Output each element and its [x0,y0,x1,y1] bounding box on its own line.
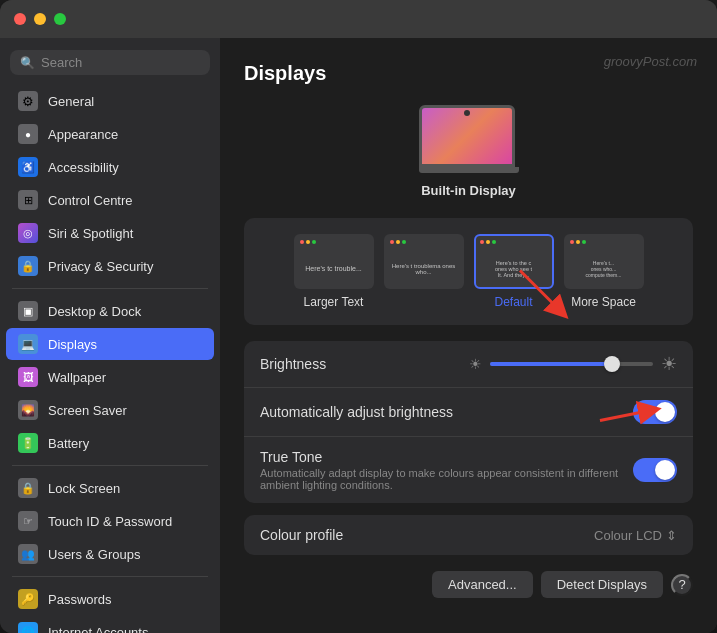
sidebar-item-accessibility[interactable]: ♿ Accessibility [6,151,214,183]
true-tone-toggle[interactable] [633,458,677,482]
sidebar-item-label: Control Centre [48,193,133,208]
search-bar[interactable]: 🔍 [10,50,210,75]
toggle-thumb [655,402,675,422]
lockscreen-icon: 🔒 [18,478,38,498]
general-icon: ⚙ [18,91,38,111]
brightness-track[interactable] [490,362,654,366]
help-button[interactable]: ? [671,574,693,596]
desktop-icon: ▣ [18,301,38,321]
search-input[interactable] [41,55,200,70]
titlebar [0,0,717,38]
sidebar-item-label: Lock Screen [48,481,120,496]
screensaver-icon: 🌄 [18,400,38,420]
res-preview-larger: Here's tc trouble... [294,234,374,289]
sidebar-item-lockscreen[interactable]: 🔒 Lock Screen [6,472,214,504]
display-name-label: Built-in Display [421,183,516,198]
auto-brightness-toggle[interactable] [633,400,677,424]
close-button[interactable] [14,13,26,25]
watermark: groovyPost.com [604,54,697,69]
sidebar-item-privacy[interactable]: 🔒 Privacy & Security [6,250,214,282]
privacy-icon: 🔒 [18,256,38,276]
sidebar-item-label: Touch ID & Password [48,514,172,529]
sidebar-item-label: Screen Saver [48,403,127,418]
res-option-larger[interactable]: Here's tc trouble... Larger Text [294,234,374,309]
sidebar-item-label: General [48,94,94,109]
dot-yellow [576,240,580,244]
preview-dots [300,240,316,244]
colour-profile-row: Colour profile Colour LCD ⇕ [244,515,693,555]
colour-profile-label: Colour profile [260,527,594,543]
passwords-icon: 🔑 [18,589,38,609]
res-label-more-space: More Space [571,295,636,309]
true-tone-sublabel: Automatically adapt display to make colo… [260,467,633,491]
brightness-fill [490,362,613,366]
res-preview-default: Here's to the cones who see tIt. And the… [474,234,554,289]
sidebar-item-internet[interactable]: 🌐 Internet Accounts [6,616,214,633]
advanced-button[interactable]: Advanced... [432,571,533,598]
brightness-slider[interactable]: ☀ ☀ [469,353,678,375]
dot-green [312,240,316,244]
res-preview-more-space: Here's t...ones who...compute them... [564,234,644,289]
sidebar-item-label: Battery [48,436,89,451]
auto-brightness-label: Automatically adjust brightness [260,404,633,420]
sun-high-icon: ☀ [661,353,677,375]
dot-green [492,240,496,244]
brightness-label: Brightness [260,356,469,372]
sidebar-item-screensaver[interactable]: 🌄 Screen Saver [6,394,214,426]
res-option-2[interactable]: Here's t troublema ones who... [384,234,464,309]
sidebar-item-siri[interactable]: ◎ Siri & Spotlight [6,217,214,249]
toggle-thumb-truetone [655,460,675,480]
minimize-button[interactable] [34,13,46,25]
sidebar-item-displays[interactable]: 💻 Displays [6,328,214,360]
accessibility-icon: ♿ [18,157,38,177]
display-preview: Built-in Display [244,105,693,198]
internet-icon: 🌐 [18,622,38,633]
search-icon: 🔍 [20,56,35,70]
sidebar-item-battery[interactable]: 🔋 Battery [6,427,214,459]
sidebar-item-appearance[interactable]: ● Appearance [6,118,214,150]
sidebar-item-users[interactable]: 👥 Users & Groups [6,538,214,570]
brightness-thumb[interactable] [604,356,620,372]
chevron-updown-icon: ⇕ [666,528,677,543]
maximize-button[interactable] [54,13,66,25]
settings-section-profile: Colour profile Colour LCD ⇕ [244,515,693,555]
res-option-default[interactable]: Here's to the cones who see tIt. And the… [474,234,554,309]
bottom-buttons: Advanced... Detect Displays ? [244,571,693,598]
res-option-more-space[interactable]: Here's t...ones who...compute them... Mo… [564,234,644,309]
sidebar-item-label: Accessibility [48,160,119,175]
touchid-icon: ☞ [18,511,38,531]
sidebar-item-passwords[interactable]: 🔑 Passwords [6,583,214,615]
dot-red [300,240,304,244]
detect-displays-button[interactable]: Detect Displays [541,571,663,598]
sidebar-item-label: Displays [48,337,97,352]
sidebar-item-label: Users & Groups [48,547,140,562]
sidebar-item-wallpaper[interactable]: 🖼 Wallpaper [6,361,214,393]
wallpaper-icon: 🖼 [18,367,38,387]
sidebar: 🔍 ⚙ General ● Appearance ♿ Accessibility… [0,38,220,633]
sidebar-item-general[interactable]: ⚙ General [6,85,214,117]
divider-3 [12,576,208,577]
sidebar-item-control[interactable]: ⊞ Control Centre [6,184,214,216]
control-icon: ⊞ [18,190,38,210]
true-tone-row: True Tone Automatically adapt display to… [244,437,693,503]
users-icon: 👥 [18,544,38,564]
sidebar-item-desktop[interactable]: ▣ Desktop & Dock [6,295,214,327]
dot-red [390,240,394,244]
appearance-icon: ● [18,124,38,144]
sidebar-item-touchid[interactable]: ☞ Touch ID & Password [6,505,214,537]
sidebar-item-label: Passwords [48,592,112,607]
sidebar-item-label: Internet Accounts [48,625,148,634]
macbook-base [419,167,519,173]
content-area: groovyPost.com Displays Built-in Display [220,38,717,633]
colour-profile-value[interactable]: Colour LCD ⇕ [594,528,677,543]
macbook-screen [419,105,515,167]
dot-green [582,240,586,244]
divider-2 [12,465,208,466]
main-layout: 🔍 ⚙ General ● Appearance ♿ Accessibility… [0,38,717,633]
res-label-larger: Larger Text [304,295,364,309]
traffic-lights [14,13,66,25]
brightness-row: Brightness ☀ ☀ [244,341,693,388]
colour-profile-text: Colour LCD [594,528,662,543]
system-settings-window: 🔍 ⚙ General ● Appearance ♿ Accessibility… [0,0,717,633]
sidebar-item-label: Wallpaper [48,370,106,385]
